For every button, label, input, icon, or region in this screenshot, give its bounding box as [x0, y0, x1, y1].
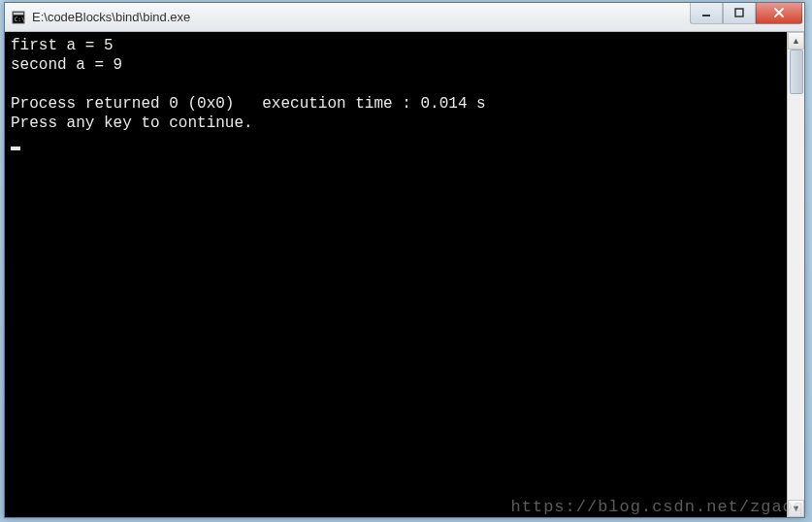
app-icon: C:\: [11, 10, 26, 25]
scroll-thumb[interactable]: [790, 49, 803, 94]
scroll-down-arrow-icon[interactable]: ▼: [788, 500, 804, 517]
maximize-icon: [733, 7, 745, 18]
svg-rect-3: [702, 15, 710, 16]
window-controls: [690, 7, 802, 28]
maximize-button[interactable]: [723, 3, 756, 24]
minimize-button[interactable]: [690, 3, 723, 24]
console-line: second a = 9: [11, 56, 122, 74]
console-line: first a = 5: [11, 37, 114, 54]
console-output[interactable]: first a = 5 second a = 9 Process returne…: [5, 32, 787, 517]
window-title: E:\codeBlocks\bind\bind.exe: [32, 10, 690, 24]
minimize-icon: [700, 7, 712, 18]
cursor: [11, 147, 20, 150]
svg-text:C:\: C:\: [15, 15, 25, 21]
titlebar[interactable]: C:\ E:\codeBlocks\bind\bind.exe: [5, 3, 804, 32]
vertical-scrollbar[interactable]: ▲ ▼: [787, 32, 804, 517]
close-button[interactable]: [756, 3, 802, 24]
console-body: first a = 5 second a = 9 Process returne…: [5, 32, 804, 517]
console-window: C:\ E:\codeBlocks\bind\bind.exe fir: [4, 2, 805, 518]
close-icon: [772, 6, 786, 19]
console-line: Press any key to continue.: [11, 114, 253, 132]
console-line: Process returned 0 (0x0) execution time …: [11, 95, 486, 113]
svg-rect-4: [735, 9, 743, 16]
scroll-up-arrow-icon[interactable]: ▲: [788, 32, 804, 49]
